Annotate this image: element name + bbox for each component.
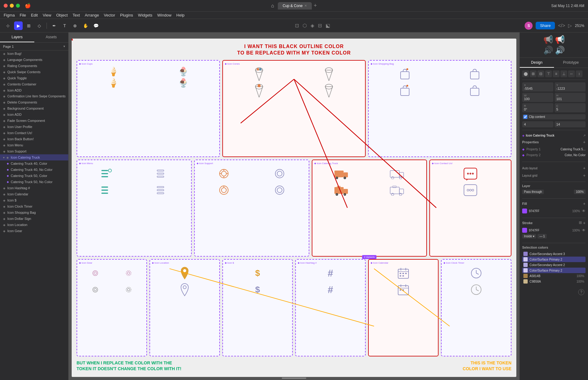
- stroke-style-field[interactable]: — 1: [537, 234, 547, 239]
- align-center-btn[interactable]: ⊞: [530, 70, 537, 77]
- layer-item-quick-swipe[interactable]: ◈ Quick Swipe Contents: [0, 69, 68, 75]
- layer-item-icon-shopping-bag[interactable]: ◈ Icon Shopping Bag: [0, 209, 68, 216]
- layer-item-icon-gear[interactable]: ◈ Icon Gear: [0, 228, 68, 234]
- share-button[interactable]: Share: [536, 22, 555, 29]
- pen-tool[interactable]: ✒: [50, 21, 58, 30]
- canvas-area[interactable]: I WANT THIS BLACK OUTLINE COLOR TO BE RE…: [69, 32, 519, 380]
- h-field[interactable]: H 101: [555, 93, 586, 102]
- clip-content-checkbox[interactable]: [523, 115, 527, 119]
- tab-close-icon[interactable]: ✕: [304, 4, 307, 7]
- center-icon-4[interactable]: ⊟: [318, 23, 322, 28]
- stroke-position-select[interactable]: Inside ▾: [522, 234, 536, 239]
- menu-arrange[interactable]: Arrange: [85, 13, 99, 17]
- select-tool[interactable]: ▶: [14, 21, 23, 30]
- component-edit-icon[interactable]: ↗: [583, 134, 586, 137]
- tab-prototype[interactable]: Prototype: [554, 58, 588, 68]
- menu-widgets[interactable]: Widgets: [138, 13, 153, 17]
- properties-add-icon[interactable]: +: [583, 140, 586, 145]
- layer-item-icon-catering-truck[interactable]: ▾ ◈ Icon Catering Truck: [0, 154, 68, 160]
- c-field[interactable]: C 5: [555, 103, 586, 112]
- align-top-btn[interactable]: ⊤: [545, 70, 552, 77]
- page-selector[interactable]: Page 1 ▾: [0, 43, 68, 51]
- sel-color-3-swatch[interactable]: [523, 263, 528, 267]
- help-icon[interactable]: ?: [578, 289, 584, 295]
- zoom-level[interactable]: 251%: [575, 24, 584, 28]
- menu-help[interactable]: Help: [176, 13, 185, 17]
- layer-item-icon-calendar[interactable]: ◈ Icon Calendar: [0, 191, 68, 197]
- layer-item-background-component[interactable]: ◈ Background Component: [0, 105, 68, 111]
- tab-layers[interactable]: Layers: [0, 32, 34, 42]
- y-field[interactable]: Y -1223: [555, 82, 586, 92]
- layer-item-icon-user-profile[interactable]: ◈ Icon User Profile: [0, 124, 68, 130]
- shape-tool[interactable]: ◇: [35, 21, 43, 30]
- w-field[interactable]: W 100: [522, 93, 553, 102]
- stroke-visibility-icon[interactable]: 👁: [582, 228, 586, 232]
- text-tool[interactable]: T: [60, 21, 69, 30]
- x-field[interactable]: X -5545: [522, 82, 553, 92]
- layer-item-icon-bug[interactable]: ◈ Icon Bug!: [0, 51, 68, 57]
- align-left-btn[interactable]: ⬤: [522, 70, 529, 77]
- layer-item-icon-contact-us[interactable]: ◈ Icon Contact Us!: [0, 130, 68, 136]
- layer-item-icon-dollar[interactable]: ◈ Icon $: [0, 197, 68, 203]
- page-dropdown-icon[interactable]: ▾: [63, 44, 65, 48]
- layer-item-quick-toggle[interactable]: ◈ Quick Toggle: [0, 75, 68, 81]
- menu-figma[interactable]: Figma: [4, 13, 15, 17]
- minimize-button[interactable]: [10, 4, 14, 8]
- stroke-color-swatch[interactable]: [522, 228, 527, 233]
- fill-visibility-icon[interactable]: 👁: [582, 209, 586, 213]
- menu-vector[interactable]: Vector: [104, 13, 115, 17]
- stroke-grid-icon[interactable]: ⊞: [579, 220, 582, 225]
- sel-color-4-row[interactable]: Color/Surface Primary 2: [522, 268, 586, 273]
- layer-item-icon-hashtag[interactable]: ◈ Icon Hashtag #: [0, 185, 68, 191]
- tab-assets[interactable]: Assets: [34, 32, 69, 42]
- play-icon[interactable]: ▷: [568, 23, 572, 28]
- opacity-field[interactable]: 100%: [574, 190, 586, 194]
- menu-edit[interactable]: Edit: [31, 13, 38, 17]
- canvas-scrollbar[interactable]: [282, 378, 306, 379]
- maximize-button[interactable]: [16, 4, 20, 8]
- component-tool[interactable]: ⊕: [71, 21, 79, 30]
- close-button[interactable]: [4, 4, 8, 8]
- layer-item-icon-location[interactable]: ◈ Icon Location: [0, 222, 68, 228]
- layer-item-catering-50-color[interactable]: ◆ Catering Truck 50, Color: [0, 173, 68, 179]
- layer-item-catering-40-color[interactable]: ◆ Catering Truck 40, Color: [0, 160, 68, 167]
- comment-tool[interactable]: 💬: [92, 21, 100, 30]
- fill-add-icon[interactable]: +: [583, 201, 586, 206]
- menu-window[interactable]: Window: [157, 13, 172, 17]
- sel-color-5-swatch[interactable]: [523, 274, 528, 278]
- layer-item-icon-menu[interactable]: ◈ Icon Menu: [0, 142, 68, 148]
- fill-color-swatch[interactable]: [522, 209, 527, 213]
- sel-color-6-swatch[interactable]: [523, 279, 528, 284]
- center-icon-1[interactable]: ⊡: [295, 23, 299, 28]
- home-icon[interactable]: ⌂: [271, 3, 274, 9]
- center-icon-5[interactable]: ⬕: [326, 23, 330, 28]
- center-icon-2[interactable]: ⬡: [303, 23, 307, 28]
- stroke-add-icon[interactable]: +: [583, 220, 586, 225]
- menu-plugins[interactable]: Plugins: [120, 13, 133, 17]
- blend-mode-select[interactable]: Pass through: [522, 190, 544, 194]
- distribute-v-btn[interactable]: ↕: [576, 70, 582, 77]
- code-icon[interactable]: </>: [558, 23, 565, 28]
- move-tool[interactable]: ⊹: [4, 21, 12, 30]
- v2-field[interactable]: 14: [555, 121, 586, 127]
- new-tab-button[interactable]: +: [314, 2, 317, 9]
- hand-tool[interactable]: ✋: [81, 21, 90, 30]
- layer-item-icon-add-1[interactable]: ◈ Icon ADD: [0, 87, 68, 93]
- layer-item-catering-50-no-color[interactable]: ◆ Catering Truck 50, No Color: [0, 179, 68, 185]
- layer-item-delete-components[interactable]: ◈ Delete Components: [0, 99, 68, 105]
- align-middle-btn[interactable]: ≡: [553, 70, 560, 77]
- layer-item-fade-screen[interactable]: ◈ Fade Screen Component: [0, 118, 68, 124]
- layer-item-language-components[interactable]: ◈ Language Components: [0, 57, 68, 63]
- layer-item-icon-add-2[interactable]: ◈ Icon ADD: [0, 111, 68, 118]
- sel-color-1-swatch[interactable]: [523, 252, 528, 256]
- center-icon-3[interactable]: ◈: [311, 23, 314, 28]
- layer-item-contents-container[interactable]: ◈ Contents Container: [0, 81, 68, 87]
- layer-item-icon-support[interactable]: ◈ Icon Support: [0, 148, 68, 154]
- layer-item-catering-40-no-color[interactable]: ◆ Catering Truck 40, No Color: [0, 167, 68, 173]
- menu-view[interactable]: View: [43, 13, 51, 17]
- layer-item-icon-back-button[interactable]: ◈ Icon Back Button!: [0, 136, 68, 142]
- layout-grid-add-icon[interactable]: +: [583, 173, 586, 178]
- layer-item-rating-components[interactable]: ◈ Rating Components: [0, 63, 68, 69]
- active-tab[interactable]: Cup & Cone ✕: [278, 2, 312, 9]
- sel-color-4-swatch[interactable]: [523, 268, 528, 273]
